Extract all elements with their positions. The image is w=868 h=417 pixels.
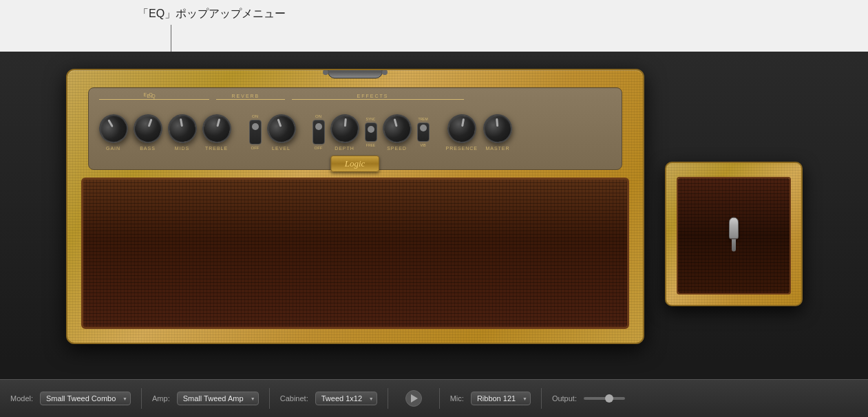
eq-section-label: EQ (144, 92, 155, 97)
eq-line (99, 99, 209, 100)
amp-head: EQ EQ REVERB EFFECTS (66, 69, 644, 344)
divider-4 (439, 388, 440, 409)
divider-1 (141, 388, 142, 409)
bass-label: BASS (140, 146, 156, 151)
model-select[interactable]: Small Tweed Combo (40, 392, 131, 405)
depth-label: DEPTH (335, 146, 354, 151)
level-label: LEVEL (272, 146, 290, 151)
gain-knob[interactable] (94, 109, 133, 148)
depth-knob[interactable] (329, 113, 361, 145)
reverb-on-label: ON (252, 114, 258, 118)
model-select-wrapper: Small Tweed Combo (40, 392, 131, 405)
trem-switch[interactable] (417, 122, 430, 142)
grille-cloth (83, 180, 627, 327)
master-knob[interactable] (482, 113, 514, 145)
amp-select-wrapper: Small Tweed Amp (177, 392, 259, 405)
knob-group-depth: DEPTH (330, 114, 359, 151)
effects-off-label: OFF (315, 146, 323, 150)
treble-label: TREBLE (205, 146, 228, 151)
annotation-area: 「EQ」ポップアップメニュー (0, 0, 868, 52)
reverb-switch[interactable] (249, 120, 262, 145)
amp-select[interactable]: Small Tweed Amp (177, 392, 259, 405)
model-label: Model: (10, 394, 33, 403)
reverb-switch-group: ON OFF (249, 114, 262, 150)
amp-container: EQ EQ REVERB EFFECTS (0, 52, 868, 361)
bass-knob[interactable] (129, 110, 167, 147)
knob-group-speed: SPEED (383, 114, 412, 151)
level-knob[interactable] (263, 110, 300, 147)
sync-switch-group: SYNC FREE (365, 117, 377, 147)
sync-label: SYNC (366, 117, 376, 121)
microphone (728, 217, 739, 255)
cabinet-select-wrapper: Tweed 1x12 (315, 392, 377, 405)
divider-2 (269, 388, 270, 409)
mic-label: Mic: (450, 394, 464, 403)
small-combo-amp (665, 162, 803, 306)
knob-group-presence: PRESENCE (446, 114, 478, 151)
reverb-label: REVERB (232, 94, 260, 98)
mids-knob[interactable] (165, 111, 199, 145)
free-label: FREE (366, 143, 375, 147)
mids-label: MIDS (175, 146, 190, 151)
mic-select-wrapper: Ribbon 121 (471, 392, 531, 405)
speed-knob[interactable] (379, 111, 414, 146)
treble-knob[interactable] (199, 111, 234, 146)
vib-label: VIB (420, 143, 425, 147)
effects-label: EFFECTS (357, 94, 389, 98)
effects-line (292, 99, 464, 100)
reverb-line (216, 99, 285, 100)
amp-label: Amp: (152, 394, 170, 403)
knob-group-bass: BASS (134, 114, 162, 151)
bottom-bar: Model: Small Tweed Combo Amp: Small Twee… (0, 379, 868, 417)
presence-knob[interactable] (445, 111, 478, 145)
output-slider[interactable] (584, 397, 625, 400)
trem-label: TREM (418, 117, 427, 121)
logic-badge: Logic (330, 156, 380, 172)
knob-group-treble: TREBLE (202, 114, 231, 151)
mic-body (732, 239, 736, 251)
cabinet-label: Cabinet: (280, 394, 308, 403)
knob-group-mids: MIDS (168, 114, 197, 151)
effects-switch[interactable] (313, 120, 325, 145)
divider-3 (388, 388, 388, 409)
mic-select[interactable]: Ribbon 121 (471, 392, 531, 405)
mic-head (729, 217, 739, 239)
eq-annotation-label: 「EQ」ポップアップメニュー (138, 7, 286, 21)
output-label: Output: (552, 394, 577, 403)
play-icon (411, 394, 418, 403)
gain-label: GAIN (106, 146, 120, 151)
speaker-grille (81, 178, 629, 329)
cabinet-select[interactable]: Tweed 1x12 (315, 392, 377, 405)
knob-group-gain: GAIN (99, 114, 128, 151)
presence-label: PRESENCE (446, 146, 478, 151)
divider-5 (541, 388, 542, 409)
sync-switch[interactable] (365, 122, 377, 142)
play-button[interactable] (405, 390, 422, 407)
knob-group-master: MASTER (483, 114, 512, 151)
amp-handle (328, 69, 383, 78)
master-label: MASTER (485, 146, 509, 151)
amp-body: EQ EQ REVERB EFFECTS (66, 69, 644, 344)
knob-group-level: LEVEL (267, 114, 296, 151)
trem-switch-group: TREM VIB (417, 117, 430, 147)
knobs-row: GAIN BASS MIDS TREBLE (99, 114, 513, 151)
reverb-off-label: OFF (251, 146, 260, 150)
effects-switch-group: ON OFF (313, 114, 325, 150)
effects-on-label: ON (315, 114, 321, 118)
speed-label: SPEED (387, 146, 407, 151)
small-combo-grille (677, 177, 791, 295)
